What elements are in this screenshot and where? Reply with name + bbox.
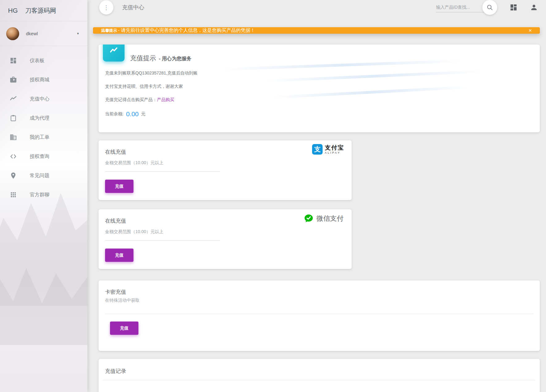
- code-icon: [10, 153, 17, 160]
- recharge-tip-card: 充值提示 - 用心为您服务 充值未到账联系QQ1302357281,充值后自动到…: [99, 45, 540, 132]
- card-subtitle: 在特殊活动中获取: [99, 296, 540, 303]
- sidebar-item-dashboard[interactable]: 仪表板: [0, 51, 87, 70]
- banner-message: - 请先前往设置中心完善您的个人信息，这是您购买产品的凭据！: [118, 27, 255, 34]
- sidebar-item-faq[interactable]: 常见问题: [0, 166, 87, 185]
- recharge-button[interactable]: 充值: [105, 180, 133, 193]
- alipay-icon: 支: [312, 144, 323, 155]
- sidebar-item-label: 授权商城: [30, 77, 49, 83]
- banner-bold-text: 温馨提示: [101, 28, 117, 33]
- wechat-pay-text: 微信支付: [316, 214, 344, 223]
- alipay-cn-text: 支付宝: [325, 145, 344, 151]
- alipay-wordmark: 支付宝 ALIPAY: [325, 145, 344, 154]
- page-title: 充值中心: [122, 4, 144, 11]
- tip-line-qq: 充值未到账联系QQ1302357281,充值后自动到账: [105, 70, 540, 76]
- kebab-icon: ⋮: [104, 5, 109, 11]
- close-icon[interactable]: ×: [529, 28, 532, 34]
- app-logo: HG: [8, 7, 18, 14]
- alipay-glyph: 支: [314, 145, 321, 154]
- chevron-down-icon[interactable]: ▾: [77, 32, 79, 36]
- balance-value: 0.00: [126, 110, 139, 118]
- avatar[interactable]: [6, 27, 19, 40]
- dashboard-icon: [10, 57, 17, 64]
- balance-label: 当前余额:: [105, 111, 124, 117]
- sidebar-item-recharge-center[interactable]: 充值中心: [0, 89, 87, 109]
- topbar: ⋮ 充值中心: [87, 0, 546, 15]
- content: 充值提示 - 用心为您服务 充值未到账联系QQ1302357281,充值后自动到…: [87, 34, 546, 392]
- app-brand: 刀客源码网: [25, 6, 56, 15]
- building-icon: [10, 134, 17, 141]
- sidebar-item-official-chat[interactable]: 官方群聊: [0, 185, 87, 204]
- user-icon[interactable]: [530, 3, 538, 11]
- alipay-logo: 支 支付宝 ALIPAY: [312, 144, 344, 155]
- sidebar-header: HG 刀客源码网: [0, 0, 87, 21]
- alipay-en-text: ALIPAY: [325, 151, 344, 154]
- tip-card-body: 充值未到账联系QQ1302357281,充值后自动到账 支付宝支持花呗、信用卡方…: [99, 62, 540, 118]
- notice-banner: 温馨提示 - 请先前往设置中心完善您的个人信息，这是您购买产品的凭据！ ×: [93, 27, 540, 34]
- sidebar: HG 刀客源码网 dkewl ▾ 仪表板 授: [0, 0, 87, 392]
- dashboard-grid-icon[interactable]: [510, 3, 518, 11]
- tip-card-header: 充值提示 - 用心为您服务: [99, 45, 540, 62]
- card-title: 卡密充值: [99, 280, 540, 296]
- card-title: 充值记录: [99, 359, 540, 375]
- recharge-button[interactable]: 充值: [110, 322, 138, 335]
- amount-input[interactable]: [105, 160, 220, 172]
- balance-unit: 元: [141, 111, 146, 117]
- trending-line-icon: [10, 95, 17, 103]
- sidebar-item-become-agent[interactable]: 成为代理: [0, 109, 87, 128]
- menu-kebab-button[interactable]: ⋮: [99, 0, 113, 15]
- sidebar-item-auth-query[interactable]: 授权查询: [0, 147, 87, 166]
- recharge-button[interactable]: 充值: [105, 249, 133, 262]
- wechat-bubble-icon: [304, 214, 314, 224]
- alipay-recharge-card: 在线充值 支 支付宝 ALIPAY 充值: [99, 140, 352, 200]
- buy-product-link[interactable]: 产品购买: [157, 97, 174, 102]
- sidebar-item-auth-shop[interactable]: 授权商城: [0, 70, 87, 89]
- location-pin-icon: [10, 172, 17, 179]
- buy-prefix: 充值完记得点击购买产品：: [105, 97, 157, 102]
- sidebar-item-label: 授权查询: [30, 153, 49, 160]
- apps-grid-icon: [10, 191, 17, 198]
- user-menu[interactable]: dkewl ▾: [0, 21, 87, 46]
- sidebar-item-label: 充值中心: [30, 96, 49, 102]
- wechat-recharge-card: 在线充值 微信支付 充值: [99, 209, 352, 269]
- sidebar-item-label: 仪表板: [30, 58, 44, 64]
- divider: [103, 380, 535, 380]
- recharge-records-card: 充值记录: [99, 359, 540, 392]
- shop-icon: [10, 76, 17, 83]
- sidebar-item-my-tickets[interactable]: 我的工单: [0, 128, 87, 147]
- tip-card-title: 充值提示: [130, 54, 156, 62]
- username: dkewl: [26, 31, 77, 36]
- search-button[interactable]: [482, 0, 497, 15]
- sidebar-item-label: 官方群聊: [30, 192, 49, 198]
- app-root: HG 刀客源码网 dkewl ▾ 仪表板 授: [0, 0, 546, 392]
- amount-input[interactable]: [105, 229, 220, 241]
- tip-card-subtitle: - 用心为您服务: [159, 56, 192, 62]
- search-icon: [486, 4, 493, 11]
- tip-line-buy: 充值完记得点击购买产品：产品购买: [105, 97, 540, 103]
- sidebar-item-label: 我的工单: [30, 134, 49, 141]
- divider: [105, 314, 534, 314]
- main-area: ⋮ 充值中心 温馨提示 - 请先前往设置中心完善您的个人信息，这是您购买产品的凭…: [87, 0, 546, 392]
- wechat-pay-logo: 微信支付: [304, 214, 344, 224]
- card-key-recharge-card: 卡密充值 在特殊活动中获取 充值: [99, 280, 540, 351]
- sidebar-item-label: 成为代理: [30, 115, 49, 121]
- clipboard-icon: [10, 114, 17, 122]
- sidebar-item-label: 常见问题: [30, 173, 49, 179]
- sidebar-nav: 仪表板 授权商城 充值中心: [0, 46, 87, 204]
- balance-row: 当前余额: 0.00 元: [105, 110, 540, 118]
- tip-line-alipay-support: 支付宝支持花呗、信用卡方式，谢谢大家: [105, 84, 540, 89]
